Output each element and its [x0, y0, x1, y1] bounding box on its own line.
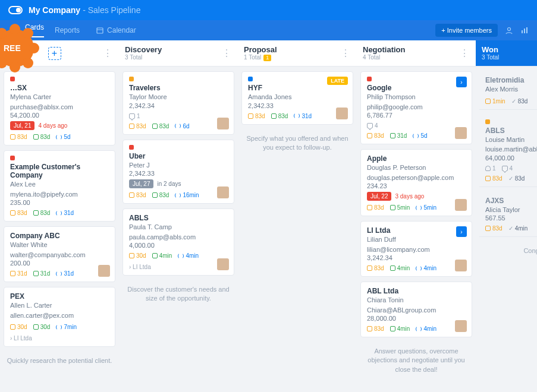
- column-title: Discovery: [125, 45, 162, 55]
- column-header: Negotiation4 Total⋮: [357, 40, 476, 67]
- card[interactable]: AppleDouglas P. Petersondouglas.peterson…: [360, 149, 472, 216]
- column-hint: Discover the customer's needs and size o…: [119, 280, 238, 308]
- card-contact: Louise Martin: [485, 135, 537, 145]
- add-card-button[interactable]: +: [48, 47, 61, 60]
- priority-dot: [129, 145, 134, 150]
- user-icon[interactable]: [505, 26, 513, 34]
- card-value: 567.55: [485, 214, 537, 222]
- meta-item: 83d: [271, 113, 288, 119]
- card-title: AJXS: [485, 197, 537, 205]
- card[interactable]: Example Customer's CompanyAlex Leemylena…: [4, 150, 115, 222]
- card-meta: 83d4min4min: [367, 325, 466, 332]
- card-meta: 83d83d5d: [10, 134, 109, 140]
- card-meta: 30d4min4min: [129, 252, 228, 259]
- meta-item: 31d: [294, 113, 312, 119]
- svg-point-3: [29, 43, 39, 53]
- assignee-avatar[interactable]: [455, 320, 467, 332]
- calendar-icon: [96, 27, 103, 34]
- card-value: 4,000.00: [129, 242, 228, 249]
- column-hint: Specify what you offered and when you ex…: [238, 129, 357, 157]
- card-meta: 30d30d7min: [10, 324, 109, 330]
- svg-point-5: [10, 62, 20, 72]
- tab-calendar[interactable]: Calendar: [96, 26, 136, 34]
- card-value: 28,000.00: [367, 315, 466, 322]
- column-total: 3 Total: [482, 54, 499, 61]
- card[interactable]: UberPeter J2,342.33Jul, 27in 2 days83d83…: [123, 140, 234, 204]
- pipeline-name: - Sales Pipeline: [83, 5, 140, 15]
- meta-item: 7min: [56, 324, 77, 330]
- card-sublink[interactable]: › LI Ltda: [129, 264, 228, 270]
- meta-item: 31d: [56, 270, 74, 277]
- card-contact: Paula T. Camp: [129, 222, 228, 232]
- meta-item: 4min: [390, 325, 410, 332]
- column-hint: Quickly research the potential client.: [0, 352, 119, 370]
- nav-bar: ❮ Cards Reports Calendar + Invite member…: [0, 20, 537, 40]
- card[interactable]: Company ABCWalter Whitewalter@companyabc…: [4, 226, 115, 282]
- card[interactable]: PEXAllen L. Carterallen.carter@pex.com30…: [4, 287, 115, 347]
- card[interactable]: ABLSLouise Martinlouise.martin@abls.c64,…: [479, 115, 537, 187]
- card-title: …SX: [10, 84, 109, 92]
- meta-item: 31d: [56, 210, 74, 216]
- card[interactable]: TravelersTaylor Moore2,342.34183d83d6d: [123, 71, 234, 135]
- card[interactable]: ›GooglePhilip Thompsonphilip@google.com6…: [360, 71, 472, 144]
- column-menu-icon[interactable]: ⋮: [341, 48, 351, 59]
- priority-dot: [485, 119, 490, 124]
- card-title: Eletromidia: [485, 76, 537, 84]
- card-value: 2,342.33: [129, 170, 228, 177]
- meta-item: 4min: [416, 325, 436, 332]
- column-header: Discovery3 Total⋮: [119, 40, 238, 67]
- svg-point-2: [23, 28, 33, 39]
- card-meta: 83d31d5d: [367, 132, 466, 139]
- column-discovery: Discovery3 Total⋮TravelersTaylor Moore2,…: [119, 40, 238, 392]
- card[interactable]: …SXMylena Carterpurchase@ablsx.com54,200…: [4, 71, 115, 146]
- assignee-avatar[interactable]: [455, 199, 467, 211]
- assignee-avatar[interactable]: [336, 108, 348, 119]
- column-menu-icon[interactable]: ⋮: [222, 48, 232, 59]
- card-contact: Alex Lee: [10, 179, 109, 189]
- card-email: allen.carter@pex.com: [10, 311, 109, 321]
- meta-item: 5d: [56, 134, 70, 140]
- assignee-avatar[interactable]: [455, 127, 467, 139]
- card-sublink[interactable]: › LI Ltda: [10, 335, 109, 342]
- advance-icon[interactable]: ›: [456, 226, 467, 237]
- tab-reports[interactable]: Reports: [55, 26, 80, 34]
- card-contact: Alex Morris: [485, 84, 537, 94]
- card-title: ABL Ltda: [367, 287, 466, 295]
- card[interactable]: ABL LtdaChiara ToninChiara@ABLgroup.com2…: [360, 282, 472, 337]
- card-title: Google: [367, 84, 466, 92]
- column-header: Proposal1 Total1⋮: [238, 40, 357, 67]
- assignee-avatar[interactable]: [217, 186, 229, 198]
- advance-icon[interactable]: ›: [456, 77, 467, 87]
- card-contact: Allen L. Carter: [10, 301, 109, 311]
- card-value: 2,342.33: [248, 102, 347, 109]
- card-title: Company ABC: [10, 232, 109, 240]
- meta-item: 83d: [33, 134, 51, 140]
- column-menu-icon[interactable]: ⋮: [460, 48, 470, 59]
- column-hint: Congrat: [476, 242, 537, 260]
- column-menu-icon[interactable]: ⋮: [103, 48, 113, 59]
- card[interactable]: EletromidiaAlex Morris1min✓83d: [479, 71, 537, 110]
- assignee-avatar[interactable]: [217, 118, 229, 129]
- stats-icon[interactable]: [520, 26, 529, 34]
- meta-item: 83d: [10, 134, 27, 140]
- column-title: Won: [482, 45, 499, 55]
- invite-members-button[interactable]: + Invite members: [435, 24, 498, 37]
- card-email: philip@google.com: [367, 102, 466, 112]
- card-value: 64,000.00: [485, 154, 537, 162]
- card[interactable]: AJXSAlicia Taylor567.5583d✓4min: [479, 192, 537, 238]
- card-title: Uber: [129, 152, 228, 160]
- card-email: paula.camp@abls.com: [129, 232, 228, 242]
- due-date-pill: Jul, 22: [367, 192, 391, 201]
- assignee-avatar[interactable]: [455, 260, 467, 271]
- assignee-avatar[interactable]: [98, 265, 110, 277]
- column-title: Negotiation: [363, 45, 406, 55]
- card-meta: 83d5min5min: [367, 204, 466, 211]
- card[interactable]: ›LI LtdaLilian Dufflilian@licompany.com3…: [360, 221, 472, 277]
- meta-item: 4min: [416, 265, 436, 271]
- card[interactable]: ABLSPaula T. Camppaula.camp@abls.com4,00…: [123, 208, 234, 276]
- assignee-avatar[interactable]: [217, 258, 229, 270]
- card-value: 235.00: [10, 199, 109, 206]
- meta-item: 5d: [413, 132, 427, 139]
- card-email: mylena.ito@pipefy.com: [10, 189, 109, 200]
- card[interactable]: LATEHYFAmanda Jones2,342.3383d83d31d: [241, 71, 353, 125]
